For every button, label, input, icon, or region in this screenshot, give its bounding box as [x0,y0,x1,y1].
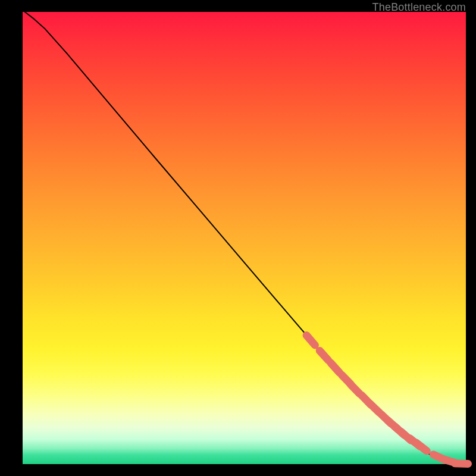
curve-marker [455,464,468,464]
attribution-text: TheBottleneck.com [372,1,466,14]
curve-marker [416,443,427,451]
chart-frame: TheBottleneck.com [0,0,476,476]
curve-marker [320,350,328,360]
curve-marker [350,384,359,394]
curve-line [25,12,466,464]
chart-overlay [23,12,466,464]
curve-marker [331,363,340,372]
curve-marker [370,404,380,413]
curve-marker [306,335,315,345]
